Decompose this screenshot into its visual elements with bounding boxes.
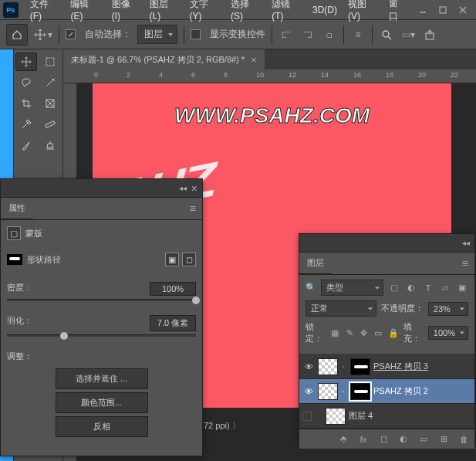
panel-close-icon[interactable]: × [191,182,197,195]
ruler-tool[interactable] [39,115,61,134]
lock-pixels-icon[interactable]: ✎ [345,327,355,339]
share-icon[interactable] [422,27,437,42]
panel-menu-icon[interactable]: ≡ [190,202,196,215]
add-mask-icon[interactable]: ◻ [377,433,390,446]
ruler-horizontal[interactable]: 0 2 4 6 8 10 12 14 16 18 20 22 [63,69,476,83]
fill-value[interactable]: 100% [428,326,468,340]
move-tool[interactable] [15,53,37,71]
menu-type[interactable]: 文字(Y) [184,0,225,24]
panel-header[interactable]: ◂◂ × [1,179,202,198]
maximize-button[interactable] [433,2,453,18]
eyedropper-tool[interactable] [15,115,37,134]
document-tab[interactable]: 未标题-1 @ 66.7% (PSAHZ 拷贝 2, RGB/8#) * × [63,49,265,69]
new-layer-icon[interactable]: ⊞ [437,433,450,446]
menu-view[interactable]: 视图(V) [343,0,383,24]
opacity-label: 不透明度： [381,303,424,314]
minimize-button[interactable] [413,2,433,18]
filter-adjustment-icon[interactable]: ◐ [405,282,417,294]
blend-mode-dropdown[interactable]: 正常 [306,300,376,317]
shape-path-label: 形状路径 [27,254,61,266]
mask-thumbnail[interactable] [350,358,370,375]
mask-thumbnail[interactable] [350,383,370,400]
feather-value[interactable]: 7.0 像素 [150,315,196,331]
lock-all-icon[interactable]: 🔒 [388,327,399,339]
filter-shape-icon[interactable]: ▱ [439,282,451,294]
distribute-icon[interactable]: ≡ [350,27,366,42]
fill-label: 填充： [403,321,424,344]
layer-row[interactable]: 图层 4 [299,404,474,429]
pixel-mask-button[interactable]: ▣ [165,253,179,266]
layer-row[interactable]: 👁 ⬝ PSAHZ 拷贝 2 [299,379,474,404]
layer-name[interactable]: PSAHZ 拷贝 2 [373,385,428,397]
menu-select[interactable]: 选择(S) [225,0,266,24]
select-and-mask-button[interactable]: 选择并遮住 ... [56,368,148,389]
layers-panel-header[interactable]: ◂◂ [299,234,474,253]
link-layers-icon[interactable]: ⬘ [337,433,349,446]
marquee-tool[interactable] [39,53,61,71]
color-range-button[interactable]: 颜色范围... [56,392,148,413]
auto-select-dropdown[interactable]: 图层 [137,25,177,44]
filter-search-icon[interactable]: 🔍 [306,283,316,293]
tab-close-icon[interactable]: × [251,54,257,66]
collapse-icon[interactable]: ◂◂ [179,184,187,192]
filter-smart-icon[interactable]: ▣ [456,282,468,294]
menu-layer[interactable]: 图层(L) [144,0,184,24]
search-icon[interactable] [379,27,394,42]
menu-window[interactable]: 窗口 [383,0,413,25]
collapse-icon[interactable]: ◂◂ [462,239,470,247]
layer-name[interactable]: 图层 4 [349,410,373,422]
layer-thumbnail[interactable] [318,358,338,375]
align-center-icon[interactable]: ⫎ [300,27,316,42]
menu-file[interactable]: 文件(F) [25,0,66,24]
lasso-tool[interactable] [15,73,37,92]
clone-stamp-tool[interactable] [39,136,61,154]
filter-type-icon[interactable]: T [422,282,434,294]
auto-select-checkbox[interactable]: ✓ [66,29,76,39]
magic-wand-tool[interactable] [39,73,61,92]
ruler-tick: 22 [451,71,458,79]
vector-mask-button[interactable]: ◻ [182,253,196,266]
adjustment-layer-icon[interactable]: ◐ [397,433,410,446]
screen-mode-icon[interactable]: ▭▾ [400,27,416,42]
opacity-value[interactable]: 23% [428,302,468,316]
layer-thumbnail[interactable] [326,408,346,425]
lock-transparency-icon[interactable]: ▦ [330,327,340,339]
feather-slider[interactable] [7,334,196,337]
visibility-icon[interactable] [302,412,312,421]
frame-tool[interactable] [39,94,61,113]
layers-tab[interactable]: 图层 [299,253,332,274]
show-transform-checkbox[interactable] [191,29,201,39]
filter-pixel-icon[interactable]: ▢ [388,282,400,294]
properties-tab[interactable]: 属性 [1,198,33,219]
align-left-icon[interactable]: ⫍ [279,27,294,42]
move-tool-icon: ▾ [34,29,52,41]
svg-rect-11 [46,121,56,128]
invert-button[interactable]: 反相 [56,416,148,437]
layer-thumbnail[interactable] [318,383,338,400]
menu-edit[interactable]: 编辑(E) [65,0,106,24]
brush-tool[interactable] [15,136,37,154]
delete-layer-icon[interactable]: 🗑 [457,433,470,446]
density-slider[interactable] [7,299,196,301]
shape-thumb-icon [7,254,22,265]
ruler-tick: 0 [94,71,98,79]
menu-image[interactable]: 图像(I) [106,0,144,24]
lock-artboard-icon[interactable]: ▭ [373,327,383,339]
layer-row[interactable]: 👁 ⬝ PSAHZ 拷贝 3 [299,354,474,379]
visibility-icon[interactable]: 👁 [302,385,315,398]
group-icon[interactable]: ▭ [417,433,430,446]
crop-tool[interactable] [15,94,37,113]
ruler-tick: 20 [418,71,426,79]
align-right-icon[interactable]: ⫏ [322,27,337,42]
visibility-icon[interactable]: 👁 [302,361,315,373]
menu-filter[interactable]: 滤镜(T) [266,0,307,24]
lock-position-icon[interactable]: ✥ [359,327,369,339]
panel-menu-icon[interactable]: ≡ [462,257,468,269]
layer-name[interactable]: PSAHZ 拷贝 3 [373,361,428,372]
close-button[interactable] [453,2,473,18]
filter-kind-dropdown[interactable]: 类型 [321,280,383,296]
home-button[interactable] [6,24,28,46]
density-value[interactable]: 100% [150,282,196,296]
menu-3d[interactable]: 3D(D) [307,2,343,18]
layer-style-icon[interactable]: fx [357,433,370,446]
